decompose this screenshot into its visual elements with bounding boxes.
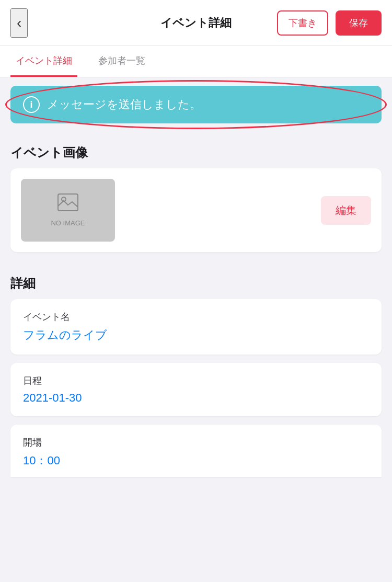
date-label: 日程 xyxy=(23,374,369,387)
header-actions: 下書き 保存 xyxy=(277,10,382,36)
tab-participants[interactable]: 参加者一覧 xyxy=(93,46,151,77)
image-placeholder: NO IMAGE xyxy=(21,179,115,242)
svg-rect-0 xyxy=(58,194,78,211)
event-name-value[interactable]: フラムのライブ xyxy=(23,327,369,343)
info-icon: i xyxy=(23,96,40,113)
open-time-value[interactable]: 10：00 xyxy=(23,453,369,469)
image-card: NO IMAGE 編集 xyxy=(10,168,382,252)
date-value[interactable]: 2021-01-30 xyxy=(23,391,369,405)
back-button[interactable]: ‹ xyxy=(10,8,28,38)
open-time-card: 開場 10：00 xyxy=(10,425,382,477)
open-time-label: 開場 xyxy=(23,436,369,449)
event-name-label: イベント名 xyxy=(23,311,369,323)
alert-message: メッセージを送信しました。 xyxy=(47,97,201,112)
date-card: 日程 2021-01-30 xyxy=(10,363,382,416)
draft-button[interactable]: 下書き xyxy=(277,10,328,36)
alert-banner: i メッセージを送信しました。 xyxy=(10,86,382,123)
image-edit-button[interactable]: 編集 xyxy=(321,196,371,225)
tab-event-detail[interactable]: イベント詳細 xyxy=(10,46,77,77)
page-title: イベント詳細 xyxy=(160,15,232,31)
no-image-label: NO IMAGE xyxy=(51,219,85,227)
image-section-title: イベント画像 xyxy=(0,132,392,168)
tab-bar: イベント詳細 参加者一覧 xyxy=(0,46,392,77)
main-content: i メッセージを送信しました。 イベント画像 NO IMAGE 編集 xyxy=(0,77,392,477)
header: ‹ イベント詳細 下書き 保存 xyxy=(0,0,392,46)
save-button[interactable]: 保存 xyxy=(336,10,382,36)
image-icon xyxy=(57,193,78,216)
alert-wrapper: i メッセージを送信しました。 xyxy=(0,77,392,132)
event-name-card: イベント名 フラムのライブ xyxy=(10,299,382,355)
image-card-row: NO IMAGE 編集 xyxy=(21,179,371,242)
detail-section-title: 詳細 xyxy=(0,263,392,299)
